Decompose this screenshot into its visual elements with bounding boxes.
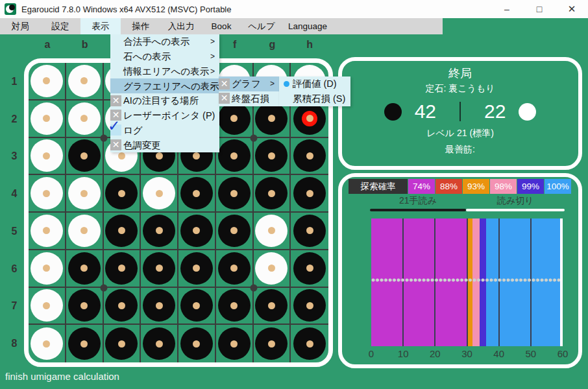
board-cell-f3[interactable] [216,138,254,176]
evaluation-graph-plot[interactable] [371,218,563,346]
menubar-item[interactable]: 設定 [40,18,80,34]
board-cell-a3[interactable] [29,138,66,176]
checkbox-checked-icon[interactable]: ✓ [110,124,121,136]
hint-dot [230,227,238,234]
menu-row[interactable]: 石への表示> [110,49,219,64]
black-disc [255,139,288,172]
board-cell-e7[interactable] [178,288,216,325]
board-cell-f8[interactable] [216,325,254,362]
board-cell-h5[interactable] [291,213,328,250]
board-cell-a8[interactable] [29,325,66,362]
black-disc [143,289,175,322]
board-cell-a5[interactable] [29,213,66,250]
menu-row[interactable]: 合法手への表示> [110,34,219,49]
board-cell-g8[interactable] [254,325,291,362]
board-cell-h4[interactable] [291,175,328,213]
board-cell-b8[interactable] [66,325,104,362]
board-cell-a7[interactable] [29,288,66,325]
board-cell-h6[interactable] [291,250,328,288]
menubar-item[interactable]: 操作 [121,18,161,34]
black-disc [218,215,251,247]
menu-row[interactable]: ✕レーザーポインタ (P) [110,108,219,123]
black-disc [218,252,251,285]
menu-row[interactable]: ✓ログ [110,123,219,138]
board-cell-e6[interactable] [178,250,216,288]
board-cell-c7[interactable] [104,288,141,325]
menu-row[interactable]: ✕色調変更 [110,137,219,152]
board-cell-b7[interactable] [66,288,104,325]
maximize-button[interactable]: □ [523,0,556,18]
close-button[interactable]: ✕ [556,0,588,18]
board-cell-g4[interactable] [254,175,291,213]
hint-dot [43,265,50,272]
checkbox-unchecked-icon[interactable]: ✕ [110,139,121,150]
board-cell-g5[interactable] [254,213,291,250]
board-cell-c8[interactable] [104,325,141,362]
game-state-label: 終局 [342,65,578,81]
board-cell-g7[interactable] [254,288,291,325]
board-cell-b3[interactable] [66,138,104,176]
column-label: g [254,39,291,51]
board-star-point [100,284,107,291]
board-cell-a4[interactable] [29,175,66,213]
menubar-item[interactable]: ヘルプ [241,18,282,34]
menu-row[interactable]: ✕終盤石損 [219,91,279,106]
hint-dot [156,152,163,159]
board-cell-e5[interactable] [178,213,216,250]
board-cell-b6[interactable] [66,250,104,288]
board-cell-d8[interactable] [141,325,178,362]
menu-row[interactable]: ✕AIの注目する場所 [110,93,219,108]
board-cell-d4[interactable] [141,175,178,213]
board-cell-h7[interactable] [291,288,328,325]
hint-dot [80,152,88,159]
checkbox-unchecked-icon[interactable]: ✕ [219,78,230,89]
board-cell-g6[interactable] [254,250,291,288]
menubar-item[interactable]: 対局 [0,18,40,34]
white-disc [31,289,63,322]
board-cell-b1[interactable] [66,63,104,100]
board-cell-g3[interactable] [254,138,291,176]
board-cell-a1[interactable] [29,63,66,100]
column-label: b [66,39,104,51]
board-cell-a2[interactable] [29,100,66,138]
board-cell-h8[interactable] [291,325,328,362]
board-cell-e4[interactable] [178,175,216,213]
menubar-item[interactable]: Book [201,18,241,34]
menu-row[interactable]: ✕グラフ> [219,77,279,91]
board-cell-c4[interactable] [104,175,141,213]
board-cell-b2[interactable] [66,100,104,138]
hint-dot [193,190,200,197]
legend-probability-box: 98% [490,179,517,194]
menu-row[interactable]: 評価値 (D) [279,77,350,91]
board-cell-a6[interactable] [29,250,66,288]
menu-row-label: 情報エリアへの表示 [123,65,209,77]
board-cell-e8[interactable] [178,325,216,362]
board-cell-f4[interactable] [216,175,254,213]
minimize-button[interactable]: – [491,0,523,18]
menu-row[interactable]: 累積石損 (S) [279,91,350,106]
board-cell-d6[interactable] [141,250,178,288]
board-cell-b5[interactable] [66,213,104,250]
checkbox-unchecked-icon[interactable]: ✕ [110,95,121,106]
board-cell-f5[interactable] [216,213,254,250]
menubar-item[interactable]: 入出力 [161,18,201,34]
x-axis-tick-label: 30 [458,348,477,359]
board-cell-d5[interactable] [141,213,178,250]
menu-row[interactable]: グラフエリアへの表示> [110,78,219,93]
ai-level-label: レベル 21 (標準) [342,128,578,139]
menubar-item[interactable]: 表示 [80,18,121,34]
menu-row[interactable]: 情報エリアへの表示> [110,64,219,79]
menu-row-label: グラフエリアへの表示 [123,80,219,92]
board-cell-f7[interactable] [216,288,254,325]
midgame-phase-underline [370,209,466,211]
board-cell-d7[interactable] [141,288,178,325]
board-cell-c5[interactable] [104,213,141,250]
board-cell-h3[interactable] [291,138,328,176]
board-cell-f6[interactable] [216,250,254,288]
checkbox-unchecked-icon[interactable]: ✕ [219,93,230,104]
board-cell-b4[interactable] [66,175,104,213]
menubar-item[interactable]: Language [282,18,334,34]
board-cell-c6[interactable] [104,250,141,288]
check-mark-icon: ✓ [108,121,120,132]
graph-area-submenu: ✕グラフ>✕終盤石損 [219,77,279,106]
